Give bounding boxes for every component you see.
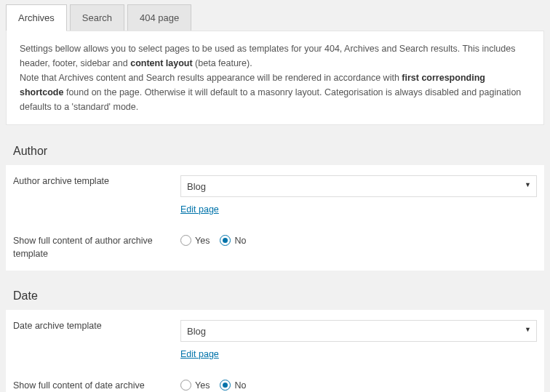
- info-text: Note that Archives content and Search re…: [20, 73, 402, 83]
- label-date-fullcontent: Show full content of date archive templa…: [13, 380, 180, 392]
- radio-group-author-fullcontent: Yes No: [180, 235, 537, 246]
- radio-author-no[interactable]: No: [220, 235, 246, 246]
- radio-author-yes[interactable]: Yes: [180, 235, 210, 246]
- label-date-template: Date archive template: [13, 320, 180, 359]
- radio-icon: [180, 235, 191, 246]
- tab-archives[interactable]: Archives: [6, 4, 67, 31]
- section-title-date: Date: [6, 279, 544, 310]
- link-edit-page-date[interactable]: Edit page: [180, 349, 219, 359]
- section-author: Author Author archive template Blog Edit…: [6, 135, 544, 271]
- radio-label-no: No: [234, 380, 246, 391]
- info-box: Settings bellow allows you to select pag…: [6, 31, 544, 125]
- info-strong-content-layout: content layout: [130, 58, 192, 68]
- radio-date-no[interactable]: No: [220, 380, 246, 391]
- radio-icon: [220, 235, 231, 246]
- tab-404-page[interactable]: 404 page: [127, 4, 191, 31]
- select-date-template[interactable]: Blog: [180, 320, 537, 342]
- section-title-author: Author: [6, 135, 544, 165]
- tabs-bar: Archives Search 404 page: [0, 0, 550, 31]
- info-text: Settings bellow allows you to select pag…: [20, 44, 515, 68]
- section-date: Date Date archive template Blog Edit pag…: [6, 279, 544, 392]
- link-edit-page-author[interactable]: Edit page: [180, 204, 219, 215]
- radio-label-yes: Yes: [195, 236, 210, 246]
- info-text: found on the page. Otherwise it will def…: [20, 87, 521, 112]
- radio-label-yes: Yes: [195, 380, 210, 391]
- tab-search[interactable]: Search: [70, 4, 124, 31]
- select-author-template[interactable]: Blog: [180, 175, 537, 197]
- radio-group-date-fullcontent: Yes No: [180, 380, 537, 391]
- radio-icon: [180, 380, 191, 391]
- info-text: (beta feature).: [193, 58, 252, 68]
- radio-icon: [220, 380, 231, 391]
- radio-label-no: No: [234, 236, 246, 246]
- radio-date-yes[interactable]: Yes: [180, 380, 210, 391]
- label-author-fullcontent: Show full content of author archive temp…: [13, 235, 180, 260]
- label-author-template: Author archive template: [13, 175, 180, 215]
